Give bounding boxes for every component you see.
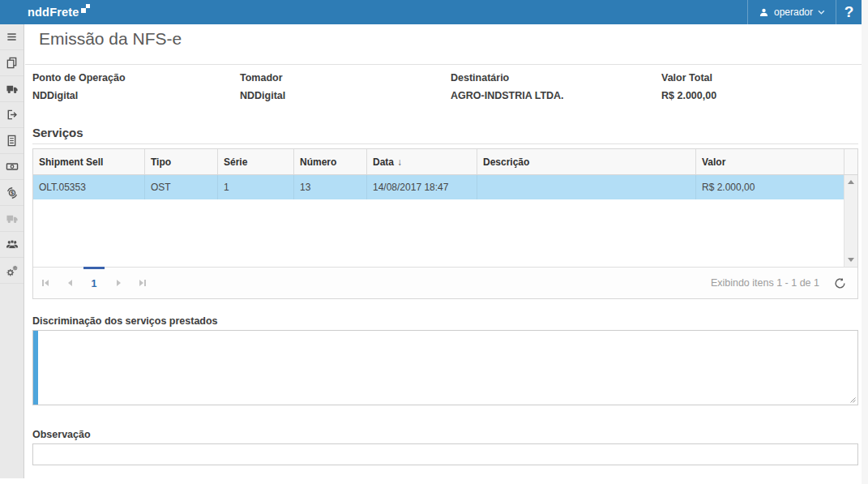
observation-input[interactable]: [32, 443, 858, 465]
cell-valor: R$ 2.000,00: [695, 175, 844, 199]
user-menu[interactable]: operador: [747, 0, 836, 24]
column-header-descricao[interactable]: Descrição: [477, 149, 695, 174]
sidebar-item-sign-out[interactable]: [0, 102, 24, 128]
sidebar-item-document[interactable]: [0, 128, 24, 154]
grid-vertical-scrollbar[interactable]: [844, 175, 857, 267]
sidebar-item-truck[interactable]: [0, 76, 24, 102]
column-header-shipment-sell[interactable]: Shipment Sell: [33, 149, 144, 174]
app-window: nddFrete operador ?: [0, 0, 868, 484]
field-valor-total: Valor Total R$ 2.000,00: [661, 72, 716, 101]
grid-pager: 1 Exibindo itens 1 - 1 de 1: [33, 267, 857, 298]
topbar: nddFrete operador ?: [0, 0, 862, 24]
cell-numero: 13: [293, 175, 366, 199]
services-heading: Serviços: [32, 126, 83, 139]
observation-label: Observação: [32, 429, 91, 440]
column-header-valor[interactable]: Valor: [695, 149, 844, 174]
column-header-filler: [844, 149, 857, 174]
focus-indicator-strip: [33, 331, 38, 405]
page-title: Emissão da NFS-e: [39, 29, 182, 49]
sidebar-item-menu[interactable]: [0, 24, 24, 50]
pager-prev-button[interactable]: [58, 268, 82, 298]
pager-status-text: Exibindo itens 1 - 1 de 1: [711, 277, 819, 289]
topbar-right: operador ?: [747, 0, 862, 24]
field-destinatario: Destinatário AGRO-INDSTRIA LTDA.: [451, 72, 564, 101]
refresh-icon: [834, 277, 846, 289]
prev-page-icon: [68, 280, 72, 286]
field-label: Tomador: [240, 72, 285, 84]
document-icon: [6, 135, 18, 147]
brand-logo[interactable]: nddFrete: [28, 0, 90, 24]
scroll-up-icon[interactable]: [848, 180, 854, 184]
table-row[interactable]: OLT.05353 OST 1 13 14/08/2017 18:47 R$ 2…: [33, 175, 844, 199]
brand-text: nddFrete: [28, 0, 79, 24]
first-page-icon: [45, 280, 49, 286]
field-label: Destinatário: [451, 72, 564, 84]
refresh-button[interactable]: [834, 277, 846, 289]
column-header-serie[interactable]: Série: [217, 149, 293, 174]
grid-header-row: Shipment Sell Tipo Série Número Data↓ De…: [33, 149, 857, 175]
sidebar-item-copy-documents[interactable]: [0, 50, 24, 76]
help-button[interactable]: ?: [836, 0, 862, 24]
brand-logo-mark-icon: [81, 4, 90, 13]
cell-tipo: OST: [144, 175, 217, 199]
page-scrollbar-gutter[interactable]: [862, 0, 868, 484]
resize-handle-icon[interactable]: [848, 395, 857, 404]
last-page-icon: [139, 280, 143, 286]
cell-serie: 1: [217, 175, 293, 199]
sidebar-item-money-exchange[interactable]: $: [0, 180, 24, 206]
user-icon: [759, 7, 769, 18]
column-header-numero[interactable]: Número: [293, 149, 366, 174]
grid-body: OLT.05353 OST 1 13 14/08/2017 18:47 R$ 2…: [33, 175, 857, 267]
title-divider: [25, 64, 862, 65]
main-content: Emissão da NFS-e Ponto de Operação NDDig…: [25, 24, 862, 484]
pager-next-button[interactable]: [106, 268, 130, 298]
column-header-tipo[interactable]: Tipo: [144, 149, 217, 174]
user-menu-label: operador: [774, 6, 813, 18]
money-exchange-icon: $: [6, 186, 19, 199]
sidebar-item-banknote[interactable]: [0, 154, 24, 180]
field-value: R$ 2.000,00: [661, 90, 716, 101]
field-tomador: Tomador NDDigital: [240, 72, 285, 101]
pager-first-button[interactable]: [33, 268, 58, 298]
services-grid: Shipment Sell Tipo Série Número Data↓ De…: [32, 148, 858, 299]
pager-page-1-button[interactable]: 1: [83, 267, 105, 298]
menu-icon: [6, 31, 18, 43]
discrimination-label: Discriminação dos serviços prestados: [32, 315, 218, 327]
field-value: NDDigital: [240, 90, 285, 101]
copy-documents-icon: [6, 57, 18, 69]
sidebar-item-users[interactable]: [0, 232, 24, 258]
column-header-label: Data: [373, 156, 394, 168]
truck-secondary-icon: [6, 212, 19, 225]
cell-shipment-sell: OLT.05353: [33, 175, 144, 199]
sidebar: $: [0, 24, 24, 478]
sort-desc-icon: ↓: [397, 156, 402, 168]
column-header-data[interactable]: Data↓: [366, 149, 477, 174]
cell-descricao: [477, 175, 695, 199]
next-page-icon: [117, 280, 121, 286]
help-label: ?: [844, 3, 854, 21]
discrimination-textarea[interactable]: [32, 330, 858, 405]
sidebar-item-truck-secondary[interactable]: [0, 206, 24, 232]
field-ponto-de-operacao: Ponto de Operação NDDigital: [32, 72, 126, 101]
banknote-icon: [6, 161, 19, 173]
services-divider: [32, 143, 858, 144]
sidebar-item-settings[interactable]: [0, 258, 24, 284]
settings-gears-icon: [6, 264, 19, 277]
field-label: Ponto de Operação: [32, 72, 126, 84]
pager-last-button[interactable]: [130, 268, 155, 298]
cell-data: 14/08/2017 18:47: [366, 175, 477, 199]
field-value: NDDigital: [32, 90, 126, 101]
field-label: Valor Total: [661, 72, 716, 84]
scroll-down-icon[interactable]: [848, 258, 854, 262]
truck-icon: [6, 83, 19, 95]
discrimination-textarea-wrap: [32, 330, 858, 405]
users-icon: [6, 238, 19, 251]
field-value: AGRO-INDSTRIA LTDA.: [451, 90, 564, 101]
sign-out-icon: [6, 109, 18, 121]
chevron-down-icon: [818, 10, 825, 15]
svg-text:$: $: [10, 190, 14, 196]
